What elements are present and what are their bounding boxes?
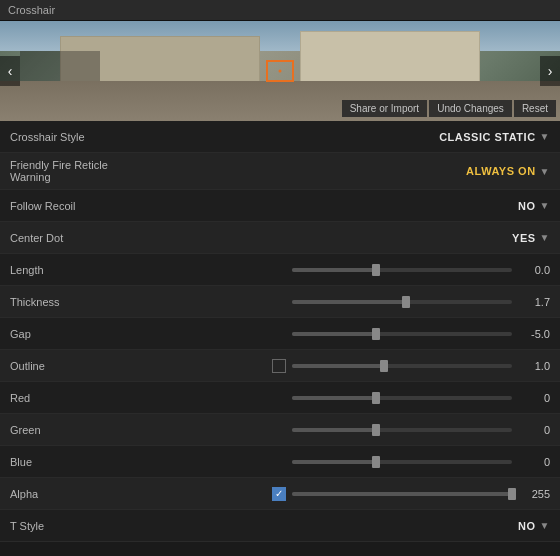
slider-thumb[interactable] <box>372 424 380 436</box>
slider-track-wrapper[interactable] <box>292 268 512 272</box>
dropdown-crosshair-style[interactable]: CLASSIC STATIC▼ <box>439 131 550 143</box>
setting-label-gap: Gap <box>10 328 130 340</box>
setting-control-outline: 1.0 <box>130 359 550 373</box>
setting-label-green: Green <box>10 424 130 436</box>
crosshair-preview-box <box>266 60 294 82</box>
slider-track <box>292 300 406 304</box>
setting-row: Red0 <box>0 382 560 414</box>
prev-arrow-button[interactable]: ‹ <box>0 56 20 86</box>
slider-track-wrapper[interactable] <box>292 492 512 496</box>
setting-label-outline: Outline <box>10 360 130 372</box>
slider-track <box>292 332 376 336</box>
setting-control-center-dot: YES▼ <box>130 232 550 244</box>
setting-row: Green0 <box>0 414 560 446</box>
slider-track-wrapper[interactable] <box>292 364 512 368</box>
slider-track <box>292 460 376 464</box>
dropdown-follow-recoil[interactable]: NO▼ <box>518 200 550 212</box>
setting-row: Friendly Fire Reticle WarningALWAYS ON▼ <box>0 153 560 190</box>
setting-control-gap: -5.0 <box>130 328 550 340</box>
slider-thumb[interactable] <box>372 328 380 340</box>
slider-thumb[interactable] <box>372 456 380 468</box>
setting-row: Length0.0 <box>0 254 560 286</box>
dropdown-center-dot[interactable]: YES▼ <box>512 232 550 244</box>
slider-value: 1.7 <box>518 296 550 308</box>
slider-value: 0 <box>518 392 550 404</box>
slider-track <box>292 396 376 400</box>
share-import-button[interactable]: Share or Import <box>342 100 427 117</box>
setting-row: Blue0 <box>0 446 560 478</box>
chevron-down-icon: ▼ <box>540 232 550 243</box>
dropdown-value-text: CLASSIC STATIC <box>439 131 535 143</box>
setting-control-alpha: 255 <box>130 487 550 501</box>
setting-control-blue: 0 <box>130 456 550 468</box>
slider-value: 0 <box>518 424 550 436</box>
slider-thumb[interactable] <box>508 488 516 500</box>
slider-track-wrapper[interactable] <box>292 460 512 464</box>
slider-checkbox-container: 1.0 <box>130 359 550 373</box>
dropdown-value-text: NO <box>518 520 536 532</box>
slider-thumb[interactable] <box>372 392 380 404</box>
crosshair-dot <box>279 70 282 73</box>
chevron-down-icon: ▼ <box>540 520 550 531</box>
preview-section: ‹ › Share or Import Undo Changes Reset <box>0 21 560 121</box>
setting-label-t-style: T Style <box>10 520 130 532</box>
slider-value: 0.0 <box>518 264 550 276</box>
dropdown-value-text: YES <box>512 232 536 244</box>
chevron-down-icon: ▼ <box>540 131 550 142</box>
undo-changes-button[interactable]: Undo Changes <box>429 100 512 117</box>
reset-button[interactable]: Reset <box>514 100 556 117</box>
slider-container: 0 <box>130 392 550 404</box>
setting-row: Thickness1.7 <box>0 286 560 318</box>
slider-track-wrapper[interactable] <box>292 428 512 432</box>
window-title: Crosshair <box>8 4 55 16</box>
setting-control-follow-recoil: NO▼ <box>130 200 550 212</box>
slider-container: 0.0 <box>130 264 550 276</box>
next-arrow-button[interactable]: › <box>540 56 560 86</box>
setting-control-t-style: NO▼ <box>130 520 550 532</box>
dropdown-t-style[interactable]: NO▼ <box>518 520 550 532</box>
slider-container: 1.7 <box>130 296 550 308</box>
setting-label-alpha: Alpha <box>10 488 130 500</box>
setting-control-length: 0.0 <box>130 264 550 276</box>
setting-row: Follow RecoilNO▼ <box>0 190 560 222</box>
checkbox[interactable] <box>272 359 286 373</box>
toolbar: Share or Import Undo Changes Reset <box>342 100 556 117</box>
setting-row: Crosshair StyleCLASSIC STATIC▼ <box>0 121 560 153</box>
setting-control-crosshair-style: CLASSIC STATIC▼ <box>130 131 550 143</box>
slider-value: -5.0 <box>518 328 550 340</box>
dropdown-friendly-fire-reticle-warning[interactable]: ALWAYS ON▼ <box>466 165 550 177</box>
setting-label-length: Length <box>10 264 130 276</box>
slider-track-wrapper[interactable] <box>292 332 512 336</box>
checkbox[interactable] <box>272 487 286 501</box>
slider-container: 0 <box>130 424 550 436</box>
setting-control-friendly-fire-reticle-warning: ALWAYS ON▼ <box>130 165 550 177</box>
chevron-down-icon: ▼ <box>540 166 550 177</box>
setting-row: Alpha255 <box>0 478 560 510</box>
slider-thumb[interactable] <box>380 360 388 372</box>
settings-section: Crosshair StyleCLASSIC STATIC▼Friendly F… <box>0 121 560 542</box>
chevron-down-icon: ▼ <box>540 200 550 211</box>
setting-row: T StyleNO▼ <box>0 510 560 542</box>
slider-thumb[interactable] <box>402 296 410 308</box>
dropdown-value-text: NO <box>518 200 536 212</box>
slider-track <box>292 428 376 432</box>
slider-track-wrapper[interactable] <box>292 396 512 400</box>
slider-thumb[interactable] <box>372 264 380 276</box>
setting-label-friendly-fire-reticle-warning: Friendly Fire Reticle Warning <box>10 159 130 183</box>
setting-control-thickness: 1.7 <box>130 296 550 308</box>
setting-label-red: Red <box>10 392 130 404</box>
slider-checkbox-container: 255 <box>130 487 550 501</box>
slider-track <box>292 492 512 496</box>
title-bar: Crosshair <box>0 0 560 21</box>
setting-control-red: 0 <box>130 392 550 404</box>
slider-value: 255 <box>518 488 550 500</box>
slider-container: 0 <box>130 456 550 468</box>
slider-track-wrapper[interactable] <box>292 300 512 304</box>
setting-row: Center DotYES▼ <box>0 222 560 254</box>
setting-label-blue: Blue <box>10 456 130 468</box>
slider-value: 0 <box>518 456 550 468</box>
setting-label-follow-recoil: Follow Recoil <box>10 200 130 212</box>
setting-label-crosshair-style: Crosshair Style <box>10 131 130 143</box>
setting-label-thickness: Thickness <box>10 296 130 308</box>
slider-container: -5.0 <box>130 328 550 340</box>
